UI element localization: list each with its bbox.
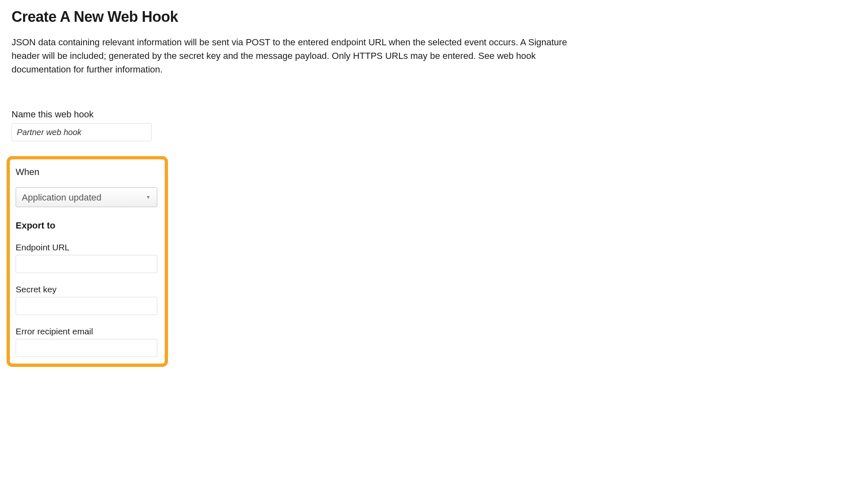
error-email-field-group: Error recipient email [12, 327, 159, 357]
endpoint-url-input[interactable] [16, 255, 157, 273]
page-title: Create A New Web Hook [12, 8, 847, 26]
name-label: Name this web hook [12, 109, 847, 120]
when-select-wrapper: Application updated ▼ [16, 187, 157, 207]
export-to-label: Export to [12, 220, 159, 231]
endpoint-url-label: Endpoint URL [16, 243, 159, 252]
endpoint-url-field-group: Endpoint URL [12, 243, 159, 273]
secret-key-field-group: Secret key [12, 285, 159, 315]
name-field-group: Name this web hook [12, 109, 847, 141]
page-description: JSON data containing relevant informatio… [12, 35, 580, 76]
name-input[interactable] [12, 123, 152, 141]
secret-key-label: Secret key [16, 285, 159, 294]
when-select[interactable]: Application updated [16, 187, 157, 207]
highlight-box: When Application updated ▼ Export to End… [7, 156, 168, 367]
secret-key-input[interactable] [16, 297, 157, 315]
when-label: When [12, 167, 159, 177]
error-email-input[interactable] [16, 339, 157, 357]
error-email-label: Error recipient email [16, 327, 159, 336]
